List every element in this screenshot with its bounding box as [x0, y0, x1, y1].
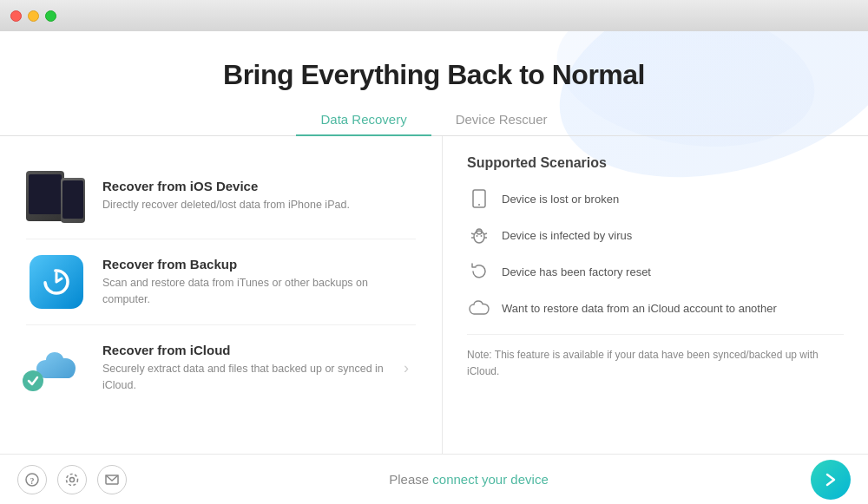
svg-text:?: ?: [30, 475, 35, 485]
scenarios-title: Supported Scenarios: [467, 155, 844, 171]
title-bar: [0, 0, 868, 31]
bottom-bar: ? Please connect your device: [0, 454, 868, 504]
icloud-text: Recover from iCloud Securely extract dat…: [102, 343, 416, 394]
scenario-lost-text: Device is lost or broken: [502, 193, 619, 206]
svg-line-5: [471, 233, 474, 234]
note-text: Note: This feature is available if your …: [467, 334, 844, 380]
backup-title: Recover from Backup: [102, 257, 416, 272]
svg-point-2: [478, 204, 480, 206]
main-content: Bring Everything Back to Normal Data Rec…: [0, 31, 868, 504]
scenario-icloud-text: Want to restore data from an iCloud acco…: [502, 302, 777, 315]
backup-icon: [26, 252, 87, 312]
icloud-desc: Securely extract data and files that bac…: [102, 361, 416, 394]
option-ios-device[interactable]: Recover from iOS Device Directly recover…: [26, 154, 416, 239]
phone-icon: [467, 187, 491, 211]
ios-device-text: Recover from iOS Device Directly recover…: [102, 179, 350, 213]
svg-point-9: [477, 235, 478, 237]
cloud-icon: [467, 296, 491, 320]
svg-point-10: [481, 235, 483, 237]
svg-point-3: [474, 231, 484, 243]
close-button[interactable]: [10, 10, 22, 22]
settings-button[interactable]: [57, 465, 87, 494]
iphone-shape: [61, 178, 85, 223]
scenario-virus: Device is infected by virus: [467, 223, 844, 247]
svg-point-14: [67, 474, 78, 485]
scenario-reset-text: Device has been factory reset: [502, 265, 651, 278]
help-button[interactable]: ?: [17, 465, 47, 494]
scenario-factory-reset: Device has been factory reset: [467, 259, 844, 284]
bottom-status: Please connect your device: [127, 472, 811, 487]
icloud-title: Recover from iCloud: [102, 343, 416, 357]
ipad-shape: [26, 171, 64, 221]
bottom-icons: ?: [17, 465, 127, 494]
option-arrow-icon: ›: [404, 359, 409, 377]
svg-point-13: [70, 477, 75, 481]
checkmark-svg: [27, 375, 39, 387]
tab-device-rescuer[interactable]: Device Rescuer: [431, 105, 572, 135]
backup-svg: [41, 266, 72, 298]
ios-device-icon: [26, 166, 87, 226]
icloud-icon: [26, 337, 87, 398]
status-highlight: connect your device: [432, 472, 548, 487]
next-arrow-icon: [822, 471, 839, 488]
next-button[interactable]: [811, 460, 851, 500]
scenario-virus-text: Device is infected by virus: [502, 229, 632, 242]
backup-text: Recover from Backup Scan and restore dat…: [102, 257, 416, 308]
tab-data-recovery[interactable]: Data Recovery: [296, 105, 431, 135]
tabs-container: Data Recovery Device Rescuer: [0, 105, 868, 136]
ios-device-desc: Directly recover deleted/lost data from …: [102, 197, 350, 213]
mail-icon: [105, 473, 119, 487]
scenario-icloud-restore: Want to restore data from an iCloud acco…: [467, 296, 844, 320]
maximize-button[interactable]: [45, 10, 56, 22]
mail-button[interactable]: [97, 465, 127, 494]
backup-desc: Scan and restore data from iTunes or oth…: [102, 275, 416, 308]
bug-icon: [467, 223, 491, 247]
minimize-button[interactable]: [28, 10, 39, 22]
traffic-lights: [10, 10, 56, 22]
scenario-lost-broken: Device is lost or broken: [467, 187, 844, 211]
option-icloud[interactable]: Recover from iCloud Securely extract dat…: [26, 325, 416, 410]
settings-icon: [65, 473, 79, 487]
right-panel: Supported Scenarios Device is lost or br…: [443, 136, 868, 454]
reset-icon: [467, 259, 491, 284]
option-backup[interactable]: Recover from Backup Scan and restore dat…: [26, 239, 416, 325]
content-area: Recover from iOS Device Directly recover…: [0, 136, 868, 454]
header: Bring Everything Back to Normal: [0, 31, 868, 91]
main-title: Bring Everything Back to Normal: [0, 59, 868, 91]
ios-device-title: Recover from iOS Device: [102, 179, 350, 193]
help-icon: ?: [25, 473, 39, 487]
icloud-checkmark: [23, 370, 43, 391]
svg-line-6: [484, 233, 487, 234]
left-panel: Recover from iOS Device Directly recover…: [0, 136, 443, 454]
